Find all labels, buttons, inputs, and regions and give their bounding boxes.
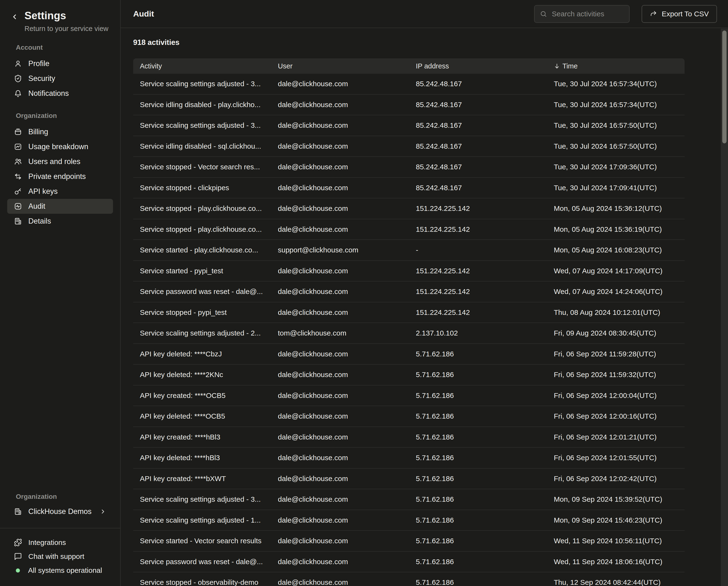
- cell-activity: Service stopped - pypi_test: [133, 308, 271, 317]
- sidebar-item-users-and-roles[interactable]: Users and roles: [7, 154, 113, 169]
- users-icon: [14, 157, 22, 166]
- audit-content: 918 activities Activity User IP address: [121, 28, 728, 586]
- column-header-user[interactable]: User: [271, 62, 409, 70]
- search-box[interactable]: [534, 5, 630, 23]
- table-header-row: Activity User IP address Time: [133, 58, 684, 74]
- cell-ip-address: 5.71.62.186: [409, 516, 547, 524]
- column-header-ip-address[interactable]: IP address: [409, 62, 547, 70]
- cell-time: Mon, 05 Aug 2024 15:36:12(UTC): [547, 204, 684, 213]
- cell-user: dale@clickhouse.com: [271, 474, 409, 483]
- sidebar-item-notifications[interactable]: Notifications: [7, 86, 113, 101]
- shield-check-icon: [14, 74, 22, 82]
- export-to-csv-button[interactable]: Export To CSV: [642, 5, 717, 23]
- arrows-left-right-icon: [14, 172, 22, 180]
- cell-time: Wed, 07 Aug 2024 14:17:09(UTC): [547, 267, 684, 275]
- sidebar-item-private-endpoints[interactable]: Private endpoints: [7, 169, 113, 184]
- cell-time: Wed, 07 Aug 2024 14:24:06(UTC): [547, 288, 684, 296]
- wallet-icon: [14, 128, 22, 136]
- cell-user: dale@clickhouse.com: [271, 184, 409, 192]
- search-input[interactable]: [551, 9, 624, 18]
- cell-activity: Service idling disabled - play.clickho..…: [133, 101, 271, 109]
- topbar: Audit Export To CSV: [121, 0, 728, 28]
- cell-activity: Service scaling settings adjusted - 3...: [133, 121, 271, 129]
- cell-user: dale@clickhouse.com: [271, 308, 409, 317]
- column-header-activity[interactable]: Activity: [133, 62, 271, 70]
- sidebar-item-billing[interactable]: Billing: [7, 124, 113, 139]
- column-header-time[interactable]: Time: [547, 62, 684, 70]
- cell-user: dale@clickhouse.com: [271, 454, 409, 462]
- system-status-link[interactable]: All systems operational: [7, 563, 113, 577]
- activities-count: 918 activities: [133, 38, 728, 47]
- cell-time: Fri, 06 Sep 2024 12:02:42(UTC): [547, 474, 684, 483]
- building-icon: [14, 217, 22, 225]
- table-row: Service scaling settings adjusted - 2...…: [133, 323, 684, 344]
- status-label: All systems operational: [28, 566, 102, 575]
- cell-time: Tue, 30 Jul 2024 16:57:50(UTC): [547, 142, 684, 150]
- sidebar-item-security[interactable]: Security: [7, 71, 113, 86]
- cell-time: Fri, 06 Sep 2024 12:01:55(UTC): [547, 454, 684, 462]
- table-row: Service stopped - pypi_test dale@clickho…: [133, 302, 684, 323]
- cell-activity: Service stopped - play.clickhouse.co...: [133, 204, 271, 213]
- cell-time: Tue, 30 Jul 2024 17:09:41(UTC): [547, 184, 684, 192]
- cell-ip-address: 5.71.62.186: [409, 412, 547, 420]
- cell-user: dale@clickhouse.com: [271, 80, 409, 88]
- cell-time: Mon, 09 Sep 2024 15:39:52(UTC): [547, 495, 684, 504]
- puzzle-icon: [14, 538, 22, 546]
- table-row: Service password was reset - dale@... da…: [133, 282, 684, 302]
- main-area: Audit Export To CSV 918 activities: [121, 0, 728, 586]
- table-row: Service scaling settings adjusted - 3...…: [133, 115, 684, 136]
- cell-time: Wed, 11 Sep 2024 10:56:11(UTC): [547, 537, 684, 545]
- cell-activity: Service started - play.clickhouse.co...: [133, 246, 271, 254]
- table-row: API key created: ****bXWT dale@clickhous…: [133, 468, 684, 489]
- integrations-link[interactable]: Integrations: [7, 536, 113, 550]
- cell-user: dale@clickhouse.com: [271, 412, 409, 420]
- cell-ip-address: 151.224.225.142: [409, 308, 547, 317]
- cell-activity: API key created: ****bXWT: [133, 474, 271, 483]
- sidebar-item-label: Billing: [28, 127, 48, 136]
- cell-ip-address: 5.71.62.186: [409, 371, 547, 379]
- app-root: Settings Return to your service view Acc…: [0, 0, 728, 586]
- cell-ip-address: 2.137.10.102: [409, 329, 547, 337]
- vertical-scrollbar-thumb[interactable]: [722, 30, 727, 143]
- chart-icon: [14, 143, 22, 151]
- cell-time: Thu, 08 Aug 2024 10:12:01(UTC): [547, 308, 684, 317]
- sidebar-item-label: Users and roles: [28, 157, 80, 166]
- cell-ip-address: 5.71.62.186: [409, 391, 547, 400]
- sidebar-item-label: Usage breakdown: [28, 142, 88, 151]
- org-switcher[interactable]: ClickHouse Demos: [7, 504, 113, 519]
- sidebar-item-details[interactable]: Details: [7, 214, 113, 229]
- cell-activity: API key deleted: ****CbzJ: [133, 350, 271, 358]
- sidebar-item-audit[interactable]: Audit: [7, 199, 113, 214]
- cell-user: dale@clickhouse.com: [271, 537, 409, 545]
- cell-activity: API key created: ****OCB5: [133, 391, 271, 400]
- cell-activity: Service started - pypi_test: [133, 267, 271, 275]
- sidebar-item-label: API keys: [28, 187, 58, 196]
- sidebar-item-label: Details: [28, 217, 51, 225]
- cell-activity: Service scaling settings adjusted - 3...: [133, 495, 271, 504]
- cell-time: Tue, 30 Jul 2024 16:57:34(UTC): [547, 80, 684, 88]
- cell-user: dale@clickhouse.com: [271, 371, 409, 379]
- cell-time: Mon, 05 Aug 2024 16:08:23(UTC): [547, 246, 684, 254]
- cell-ip-address: 151.224.225.142: [409, 267, 547, 275]
- sidebar-item-label: Security: [28, 74, 55, 83]
- sidebar-item-label: Notifications: [28, 89, 69, 98]
- cell-user: tom@clickhouse.com: [271, 329, 409, 337]
- section-label-org-switcher: Organization: [0, 493, 120, 500]
- sidebar-item-usage-breakdown[interactable]: Usage breakdown: [7, 139, 113, 154]
- chat-with-support-link[interactable]: Chat with support: [7, 550, 113, 563]
- back-button[interactable]: [10, 13, 19, 21]
- vertical-scrollbar-track[interactable]: [721, 29, 728, 586]
- sidebar-item-label: Private endpoints: [28, 172, 86, 181]
- account-nav: Profile Security Notifications: [0, 56, 120, 101]
- cell-ip-address: -: [409, 246, 547, 254]
- cell-ip-address: 5.71.62.186: [409, 578, 547, 586]
- organization-nav: Billing Usage breakdown Users and roles …: [0, 124, 120, 229]
- chat-icon: [14, 553, 22, 561]
- sidebar-item-profile[interactable]: Profile: [7, 56, 113, 71]
- table-row: Service started - pypi_test dale@clickho…: [133, 261, 684, 282]
- cell-activity: Service scaling settings adjusted - 2...: [133, 329, 271, 337]
- cell-activity: API key deleted: ****hBl3: [133, 454, 271, 462]
- table-row: Service scaling settings adjusted - 3...…: [133, 74, 684, 95]
- table-row: Service password was reset - dale@... da…: [133, 552, 684, 572]
- sidebar-item-api-keys[interactable]: API keys: [7, 184, 113, 199]
